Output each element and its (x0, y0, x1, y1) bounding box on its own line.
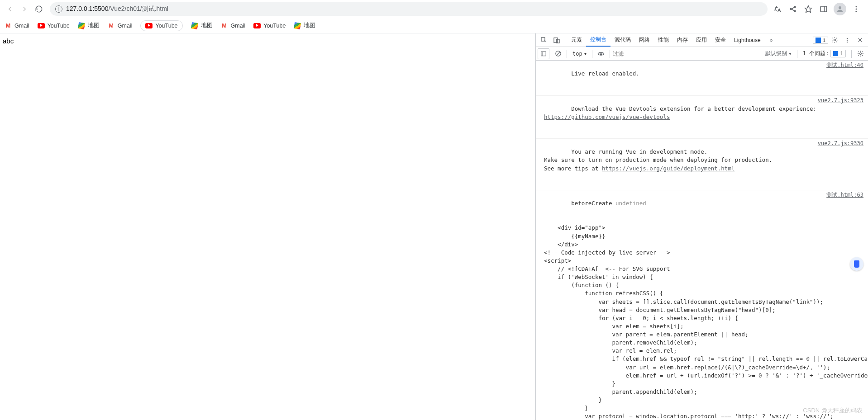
page-content: abc (0, 33, 535, 420)
link[interactable]: https://github.com/vuejs/vue-devtools (544, 113, 670, 120)
address-bar[interactable]: i 127.0.0.1:5500/Vue2/ch01/测试.html (50, 2, 768, 16)
svg-point-13 (834, 39, 835, 41)
site-info-icon[interactable]: i (55, 5, 62, 13)
console-row: beforeCreate undefined 测试.html:63 <div i… (536, 190, 868, 420)
svg-line-22 (556, 52, 560, 56)
share-icon[interactable] (787, 4, 798, 14)
bookmark-label: Gmail (14, 23, 29, 29)
yt-favicon-icon (253, 22, 261, 29)
bookmark-label: 地图 (304, 22, 315, 29)
bookmark-item[interactable]: MGmail (108, 22, 133, 29)
profile-avatar[interactable] (834, 3, 846, 15)
translate-icon[interactable] (772, 4, 783, 14)
browser-nav-bar: i 127.0.0.1:5500/Vue2/ch01/测试.html (0, 0, 868, 18)
tab-elements[interactable]: 元素 (567, 33, 586, 47)
svg-rect-4 (820, 6, 827, 12)
toggle-sidebar-icon[interactable] (538, 48, 549, 59)
svg-point-9 (856, 11, 857, 12)
watermark-text: CSDN @天秤座的码农 (803, 406, 863, 415)
svg-rect-11 (554, 38, 558, 42)
gmail-favicon-icon: M (221, 22, 228, 29)
console-row: Download the Vue Devtools extension for … (536, 96, 868, 139)
bookmark-item[interactable]: YouTube (253, 22, 286, 29)
console-output[interactable]: Live reload enabled. 测试.html:40 Download… (536, 61, 868, 420)
svg-rect-10 (541, 38, 545, 41)
devtools-close-icon[interactable] (854, 34, 866, 47)
map-favicon-icon (78, 22, 85, 29)
menu-icon[interactable] (851, 4, 862, 14)
reload-button[interactable] (33, 3, 45, 15)
svg-point-2 (794, 10, 796, 12)
bookmark-item[interactable]: YouTube (140, 20, 182, 31)
extension-badge-icon[interactable] (850, 257, 863, 271)
page-text: abc (3, 37, 14, 45)
source-link[interactable]: vue2.7.js:9330 (818, 140, 863, 147)
live-expression-icon[interactable] (595, 48, 607, 59)
console-row: You are running Vue in development mode.… (536, 139, 868, 190)
svg-point-6 (839, 6, 841, 9)
svg-point-15 (847, 39, 848, 40)
bookmark-item[interactable]: MGmail (221, 22, 246, 29)
devtools-tabs: 元素 控制台 源代码 网络 性能 内存 应用 安全 Lighthouse » 1 (536, 33, 868, 47)
device-toggle-icon[interactable] (550, 34, 563, 47)
bookmark-item[interactable]: 地图 (78, 22, 100, 29)
console-settings-icon[interactable] (854, 48, 866, 59)
bookmark-label: Gmail (231, 23, 246, 29)
svg-point-8 (856, 9, 857, 10)
svg-marker-3 (805, 6, 812, 13)
svg-point-24 (859, 53, 861, 55)
context-selector[interactable]: top▼ (570, 51, 589, 57)
bookmark-label: Gmail (118, 23, 133, 29)
back-button[interactable] (4, 3, 16, 15)
inspect-icon[interactable] (538, 34, 550, 47)
svg-point-23 (600, 53, 602, 55)
link[interactable]: https://vuejs.org/guide/deployment.html (602, 165, 735, 172)
devtools-panel: 元素 控制台 源代码 网络 性能 内存 应用 安全 Lighthouse » 1… (535, 33, 868, 420)
svg-rect-19 (541, 52, 546, 56)
bookmark-item[interactable]: YouTube (38, 22, 70, 29)
url-text: 127.0.0.1:5500/Vue2/ch01/测试.html (66, 5, 168, 13)
side-panel-icon[interactable] (818, 4, 829, 14)
clear-console-icon[interactable] (552, 48, 564, 59)
svg-point-14 (847, 38, 848, 38)
tab-lighthouse[interactable]: Lighthouse (730, 33, 765, 47)
bookmark-item[interactable]: 地图 (191, 22, 213, 29)
svg-point-0 (790, 9, 792, 10)
tab-sources[interactable]: 源代码 (610, 33, 635, 47)
issues-summary[interactable]: 1 个问题: 1 (800, 50, 849, 57)
bookmark-label: YouTube (263, 23, 286, 29)
svg-point-1 (794, 6, 796, 8)
forward-button[interactable] (18, 3, 31, 15)
svg-point-16 (847, 41, 848, 42)
tab-security[interactable]: 安全 (711, 33, 730, 47)
yt-favicon-icon (145, 22, 153, 29)
devtools-settings-icon[interactable] (828, 34, 841, 47)
console-code-block: <div id="app"> {{myName}} </div> <!-- Co… (544, 224, 863, 420)
tab-memory[interactable]: 内存 (673, 33, 692, 47)
source-link[interactable]: vue2.7.js:9323 (818, 97, 863, 104)
bookmark-label: YouTube (155, 23, 177, 29)
svg-point-7 (856, 6, 857, 7)
toolbar-right (772, 3, 864, 15)
bookmark-star-icon[interactable] (803, 4, 814, 14)
gmail-favicon-icon: M (5, 22, 12, 29)
devtools-more-icon[interactable] (841, 34, 854, 47)
tabs-overflow-icon[interactable]: » (765, 34, 777, 47)
bookmark-item[interactable]: 地图 (294, 22, 315, 29)
bookmark-label: 地图 (88, 22, 100, 29)
tab-performance[interactable]: 性能 (654, 33, 673, 47)
tab-application[interactable]: 应用 (692, 33, 711, 47)
console-filter-input[interactable] (613, 49, 760, 59)
map-favicon-icon (191, 22, 198, 29)
console-row: Live reload enabled. 测试.html:40 (536, 61, 868, 96)
yt-favicon-icon (38, 22, 45, 29)
bookmark-item[interactable]: MGmail (5, 22, 29, 29)
source-link[interactable]: 测试.html:40 (826, 61, 863, 69)
map-favicon-icon (294, 22, 301, 29)
log-level-selector[interactable]: 默认级别▼ (763, 50, 794, 57)
gmail-favicon-icon: M (108, 22, 115, 29)
issues-badge[interactable]: 1 (813, 37, 828, 44)
source-link[interactable]: 测试.html:63 (826, 191, 863, 199)
tab-console[interactable]: 控制台 (586, 33, 610, 47)
tab-network[interactable]: 网络 (635, 33, 654, 47)
